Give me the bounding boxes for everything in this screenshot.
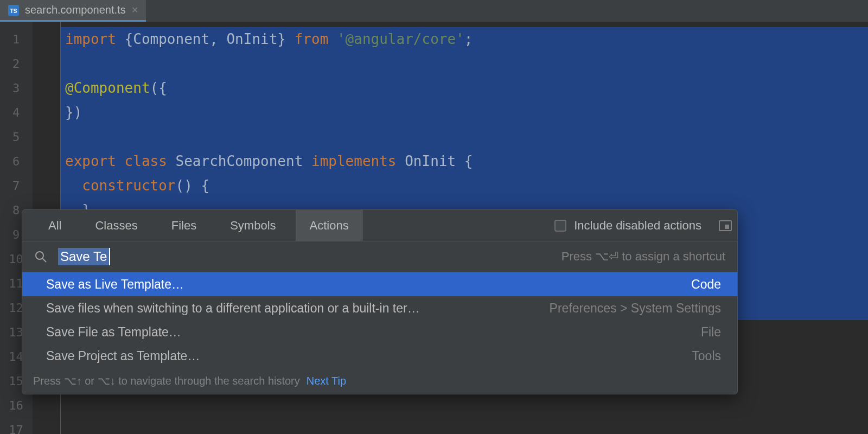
result-path: Tools [692,349,721,363]
tab-classes[interactable]: Classes [81,210,151,241]
line-number: 5 [0,125,32,149]
search-everywhere-popup: All Classes Files Symbols Actions Includ… [22,209,738,394]
line-number: 6 [0,149,32,174]
popup-tab-bar: All Classes Files Symbols Actions Includ… [22,210,737,241]
next-tip-link[interactable]: Next Tip [307,375,346,387]
result-label: Save Project as Template… [46,349,200,363]
line-number: 1 [0,27,32,52]
search-input[interactable]: Save Te [58,248,110,265]
line-number: 4 [0,100,32,125]
checkbox-label: Include disabled actions [574,219,701,233]
result-label: Save files when switching to a different… [46,301,420,316]
panel-layout-icon[interactable] [719,220,732,231]
code-line: @Component({ [61,76,868,100]
popup-footer: Press ⌥↑ or ⌥↓ to navigate through the s… [22,368,737,394]
result-item[interactable]: Save as Live Template… Code [22,272,737,296]
search-row: Save Te Press ⌥⏎ to assign a shortcut [22,241,737,272]
tab-files[interactable]: Files [157,210,210,241]
search-icon [34,250,47,263]
line-number: 2 [0,52,32,76]
result-item[interactable]: Save Project as Template… Tools [22,344,737,368]
svg-line-3 [42,258,46,262]
typescript-file-icon: TS [8,4,20,16]
line-number: 7 [0,174,32,198]
result-path: Preferences > System Settings [550,301,721,316]
include-disabled-checkbox[interactable]: Include disabled actions [554,219,701,233]
tab-symbols[interactable]: Symbols [216,210,290,241]
svg-text:TS: TS [10,8,17,14]
result-item[interactable]: Save files when switching to a different… [22,296,737,320]
code-line [61,52,868,76]
line-number: 3 [0,76,32,100]
footer-hint: Press ⌥↑ or ⌥↓ to navigate through the s… [33,374,300,387]
result-path: Code [691,277,721,292]
result-label: Save as Live Template… [46,277,184,292]
result-item[interactable]: Save File as Template… File [22,320,737,344]
code-line: constructor() { [61,174,868,198]
code-line: import {Component, OnInit} from '@angula… [61,27,868,52]
tab-actions[interactable]: Actions [296,210,363,241]
close-icon[interactable]: ✕ [131,5,138,15]
code-line: export class SearchComponent implements … [61,149,868,174]
shortcut-hint: Press ⌥⏎ to assign a shortcut [561,250,725,264]
svg-point-2 [36,252,43,259]
line-number: 16 [0,393,32,418]
checkbox-icon [554,220,566,232]
code-line: }) [61,100,868,125]
code-line [61,125,868,149]
result-path: File [701,325,721,340]
code-line [61,393,868,418]
result-label: Save File as Template… [46,325,181,340]
editor-tab-bar: TS search.component.ts ✕ [0,0,868,22]
results-list: Save as Live Template… Code Save files w… [22,272,737,368]
tab-filename: search.component.ts [25,4,126,16]
code-line [61,418,868,434]
editor-tab-active[interactable]: TS search.component.ts ✕ [0,0,146,22]
tab-all[interactable]: All [34,210,75,241]
line-number: 17 [0,418,32,434]
